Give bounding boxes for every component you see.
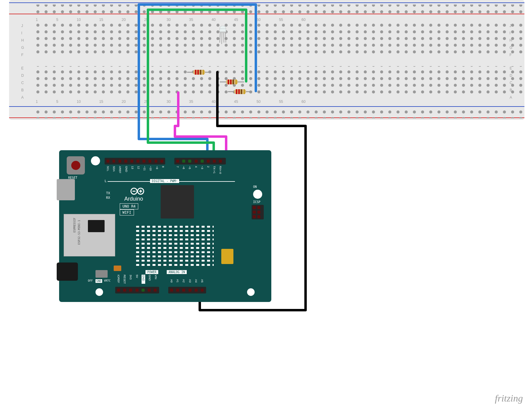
arduino-logo bbox=[130, 187, 146, 197]
svg-line-11 bbox=[225, 32, 226, 42]
pin-labels-power: IOREF RESET 3V3 5V GND GND VIN bbox=[117, 275, 157, 284]
svg-rect-7 bbox=[219, 32, 227, 32]
svg-rect-17 bbox=[203, 70, 204, 75]
pin-labels-analog: A0 A1 A2 A3 A4 A5 bbox=[170, 279, 204, 283]
svg-rect-2 bbox=[36, 66, 524, 97]
breadboard-holes-grid bbox=[9, 0, 524, 120]
reset-label: RESET bbox=[68, 176, 77, 179]
svg-rect-3 bbox=[36, 5, 524, 14]
pin-header-top-right[interactable] bbox=[174, 158, 226, 164]
power-header-label: POWER bbox=[146, 270, 158, 274]
svg-rect-29 bbox=[244, 89, 245, 94]
voltage-regulator bbox=[95, 270, 108, 278]
svg-rect-4 bbox=[36, 109, 524, 118]
svg-rect-27 bbox=[238, 89, 240, 94]
fritzing-watermark: fritzing bbox=[495, 393, 523, 404]
on-label: ON bbox=[253, 185, 257, 188]
svg-rect-28 bbox=[241, 89, 242, 94]
barrel-jack bbox=[57, 263, 78, 281]
svg-rect-15 bbox=[197, 70, 199, 75]
reset-button[interactable] bbox=[67, 156, 85, 175]
pin-header-power[interactable] bbox=[115, 287, 159, 293]
main-mcu-chip bbox=[161, 185, 194, 219]
icsp-label: ICSP bbox=[253, 200, 260, 204]
gnd-label-bottom: GND bbox=[95, 279, 102, 283]
mounting-hole-4 bbox=[247, 288, 255, 296]
usb-port bbox=[57, 179, 75, 200]
rgb-led bbox=[214, 26, 232, 44]
svg-line-8 bbox=[220, 32, 220, 42]
qwiic-connector bbox=[221, 249, 233, 264]
esp-label2: ESP32-S3-MINI-1 bbox=[78, 220, 81, 245]
svg-rect-36 bbox=[135, 225, 214, 267]
resistor-1 bbox=[187, 69, 211, 76]
arduino-uno-r4-wifi: RESET SCL SDA AREF GND 13 12 ~11 ~10 ~9 … bbox=[59, 150, 271, 302]
pin-labels-top: SCL SDA AREF GND 13 12 ~11 ~10 ~9 8 bbox=[106, 166, 165, 173]
mounting-hole-3 bbox=[95, 288, 103, 296]
svg-rect-22 bbox=[233, 80, 234, 84]
small-chip-1 bbox=[88, 220, 105, 232]
tx-label: TX bbox=[106, 191, 110, 195]
arduino-brand: Arduino bbox=[124, 196, 143, 202]
model-line2: WIFI bbox=[120, 209, 134, 215]
pin-header-top-left[interactable] bbox=[105, 158, 165, 164]
digital-header-label: DIGITAL - PWM~ bbox=[150, 179, 179, 183]
svg-rect-1 bbox=[36, 24, 524, 54]
mounting-hole-2 bbox=[253, 190, 262, 199]
esp-label1: ESPRESSIF bbox=[73, 218, 76, 232]
svg-rect-26 bbox=[236, 89, 237, 94]
resistor-3 bbox=[228, 88, 252, 96]
capacitor bbox=[114, 266, 121, 271]
svg-rect-21 bbox=[230, 80, 232, 84]
off-label: OFF bbox=[88, 279, 93, 282]
led-matrix bbox=[135, 225, 214, 267]
svg-rect-23 bbox=[236, 80, 237, 84]
svg-rect-14 bbox=[195, 70, 196, 75]
vrtc-label: VRTC bbox=[104, 279, 111, 282]
svg-rect-16 bbox=[200, 70, 201, 75]
resistor-2 bbox=[220, 78, 244, 86]
svg-rect-6 bbox=[220, 29, 226, 32]
svg-line-10 bbox=[224, 32, 224, 42]
breadboard: 151015202530354045505560 151015202530354… bbox=[9, 0, 524, 120]
svg-rect-20 bbox=[228, 80, 229, 84]
l-label: L bbox=[105, 179, 107, 183]
rx-label: RX bbox=[106, 196, 110, 200]
pin-header-analog[interactable] bbox=[168, 287, 206, 293]
reset-button-cap bbox=[71, 161, 80, 170]
icsp-header[interactable] bbox=[252, 205, 264, 219]
analog-header-label: ANALOG IN bbox=[167, 270, 187, 274]
mounting-hole-1 bbox=[91, 156, 100, 165]
pin-labels-top-2: 7 ~6 ~5 4 ~3 2 TX->1 RX<-0 bbox=[176, 166, 222, 174]
svg-line-9 bbox=[222, 32, 222, 44]
model-line1: UNO R4 bbox=[120, 203, 138, 209]
